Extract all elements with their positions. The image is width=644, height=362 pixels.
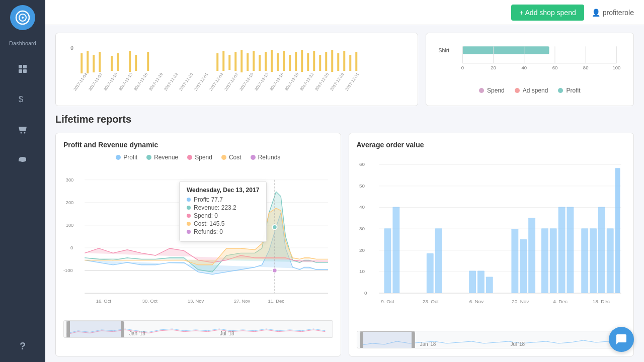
svg-rect-27 [253, 51, 255, 71]
timeline-chart-svg: 0 [63, 41, 410, 96]
right-mini-nav-left-handle[interactable] [360, 332, 363, 348]
svg-text:0: 0 [70, 245, 73, 250]
svg-rect-3 [19, 65, 22, 68]
svg-text:2017-12-25: 2017-12-25 [314, 72, 330, 92]
svg-rect-39 [325, 52, 327, 71]
svg-rect-15 [99, 52, 101, 72]
sidebar-item-ads[interactable] [10, 147, 35, 172]
sidebar-item-shop[interactable] [10, 117, 35, 142]
cost-dot [221, 155, 226, 160]
sidebar-item-finance[interactable]: $ [10, 86, 35, 112]
svg-rect-25 [240, 50, 243, 72]
svg-rect-118 [477, 270, 484, 293]
svg-point-9 [24, 132, 26, 134]
add-shop-spend-button[interactable]: + Add shop spend [511, 5, 584, 21]
svg-rect-6 [23, 69, 27, 73]
svg-rect-23 [228, 55, 230, 70]
svg-rect-115 [426, 253, 433, 293]
right-mini-navigator[interactable]: Jan '18 Jul '18 [357, 331, 626, 348]
spend-dot [187, 155, 192, 160]
svg-text:2017-11-13: 2017-11-13 [118, 72, 134, 92]
spend-label: Spend [195, 154, 212, 161]
svg-rect-4 [23, 65, 27, 68]
section-title: Lifetime reports [55, 114, 634, 125]
chat-button[interactable] [609, 327, 634, 352]
right-mini-nav-right-handle[interactable] [412, 332, 415, 348]
mini-nav-handle[interactable] [66, 321, 124, 338]
svg-text:2017-11-16: 2017-11-16 [133, 72, 149, 92]
svg-text:2017-12-28: 2017-12-28 [330, 72, 345, 92]
svg-rect-126 [567, 207, 574, 294]
svg-rect-122 [528, 218, 535, 293]
profit-label: Profit [123, 154, 137, 161]
right-mini-jan-label: Jan '18 [420, 341, 436, 347]
top-chart-legend: Spend Ad spend Profit [434, 87, 626, 94]
refunds-dot [251, 155, 256, 160]
mini-nav-jul-label: Jul '18 [220, 331, 234, 336]
top-charts-row: 0 [55, 33, 634, 106]
profit-revenue-title: Profit and Revenue dynamic [63, 141, 333, 149]
left-mini-navigator[interactable]: Jan '18 Jul '18 [63, 320, 333, 338]
svg-text:4. Dec: 4. Dec [553, 299, 568, 304]
chat-icon [615, 333, 627, 345]
svg-text:2017-11-04: 2017-11-04 [73, 72, 89, 92]
sidebar-help[interactable]: ? [20, 340, 26, 352]
bar-chart-card: Shirt 0 20 40 60 80 100 [426, 33, 634, 106]
svg-text:100: 100 [612, 65, 620, 70]
svg-rect-116 [435, 228, 442, 293]
svg-text:11. Dec: 11. Dec [268, 298, 285, 304]
svg-rect-31 [277, 53, 279, 71]
spend-legend-dot [479, 88, 484, 93]
legend-item-spend: Spend [187, 154, 212, 161]
svg-text:50: 50 [359, 183, 365, 189]
svg-rect-17 [117, 53, 119, 71]
ad-spend-legend-label: Ad spend [523, 87, 548, 94]
lifetime-reports-section: Lifetime reports Profit and Revenue dyna… [55, 114, 634, 356]
svg-rect-117 [469, 270, 476, 293]
svg-rect-35 [301, 50, 303, 72]
bar-chart-svg: Shirt 0 20 40 60 80 100 [434, 41, 626, 81]
svg-rect-123 [541, 228, 548, 293]
app-logo[interactable] [10, 5, 35, 30]
svg-rect-37 [313, 51, 315, 71]
legend-item-revenue: Revenue [146, 154, 178, 161]
svg-rect-34 [295, 52, 297, 71]
profit-revenue-chart-panel: Profit and Revenue dynamic Profit Revenu… [55, 133, 341, 356]
svg-rect-129 [598, 207, 605, 294]
svg-text:2017-11-10: 2017-11-10 [103, 72, 119, 92]
svg-text:6. Nov: 6. Nov [469, 299, 484, 304]
svg-text:0: 0 [70, 45, 73, 51]
svg-point-2 [22, 17, 24, 19]
profit-legend-dot [558, 88, 563, 93]
svg-text:27. Nov: 27. Nov [234, 298, 251, 304]
svg-rect-18 [129, 51, 131, 72]
profit-legend-label: Profit [566, 87, 580, 94]
svg-text:9. Oct: 9. Oct [381, 299, 394, 304]
svg-text:20: 20 [359, 247, 365, 253]
svg-text:2017-12-10: 2017-12-10 [239, 72, 255, 92]
username-label: profiterole [603, 9, 634, 17]
mini-nav-right-handle[interactable] [121, 321, 124, 338]
svg-text:Shirt: Shirt [438, 47, 449, 53]
mini-nav-left-handle[interactable] [67, 321, 70, 338]
svg-rect-12 [80, 53, 83, 73]
svg-rect-65 [462, 46, 549, 54]
svg-rect-30 [271, 50, 273, 72]
charts-row: Profit and Revenue dynamic Profit Revenu… [55, 133, 634, 356]
svg-text:18. Dec: 18. Dec [592, 299, 609, 304]
svg-text:2017-11-07: 2017-11-07 [88, 72, 104, 92]
svg-point-8 [21, 132, 22, 134]
right-mini-nav-handle[interactable] [360, 331, 415, 348]
svg-text:20: 20 [491, 65, 496, 70]
svg-text:30. Oct: 30. Oct [142, 298, 158, 304]
svg-text:0: 0 [364, 290, 367, 296]
profit-revenue-svg: 300 200 100 0 -100 [63, 166, 333, 314]
svg-rect-38 [319, 55, 321, 71]
sidebar-item-orders[interactable] [10, 56, 35, 81]
svg-point-93 [272, 268, 277, 273]
svg-rect-125 [558, 207, 565, 294]
svg-rect-120 [511, 229, 518, 293]
svg-rect-33 [289, 55, 291, 71]
svg-rect-43 [349, 55, 351, 71]
revenue-dot [146, 155, 151, 160]
